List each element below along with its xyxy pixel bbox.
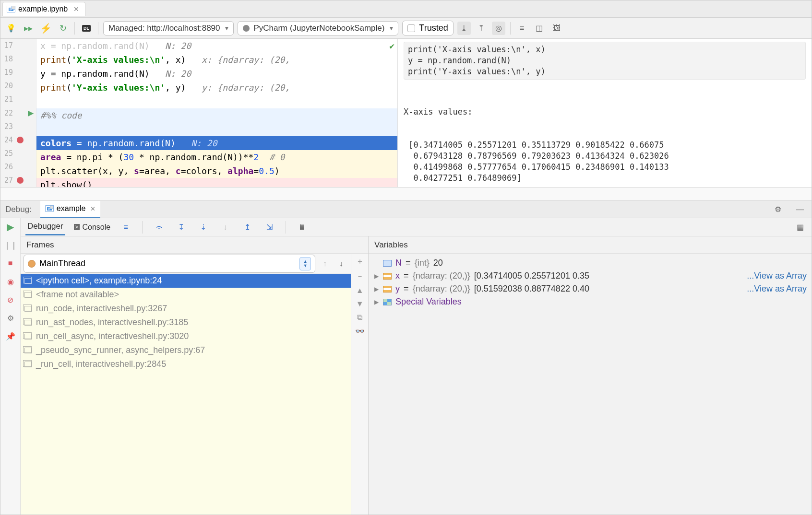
image-icon[interactable]: 🖼	[550, 22, 563, 35]
breakpoint-icon[interactable]	[17, 177, 24, 184]
gutter-row[interactable]: 20	[0, 79, 36, 93]
code-line[interactable]	[36, 122, 397, 136]
stepper-icon[interactable]: ▲▼	[299, 257, 311, 270]
frame-row[interactable]: run_cell_async, interactiveshell.py:3020	[21, 329, 351, 343]
next-frame-icon[interactable]: ↓	[334, 257, 348, 270]
step-over-icon[interactable]: ⤼	[152, 221, 166, 234]
frame-row[interactable]: <frame not available>	[21, 288, 351, 302]
gutter-row[interactable]: 25	[0, 147, 36, 160]
evaluate-icon[interactable]: 🖩	[296, 221, 309, 234]
trusted-label: Trusted	[419, 23, 448, 33]
code-line[interactable]: x = np.random.rand(N) N: 20	[36, 39, 397, 53]
code-line[interactable]: colors = np.random.rand(N) N: 20	[36, 136, 397, 150]
gear-icon[interactable]: ⚙	[771, 203, 785, 216]
pin-icon[interactable]: 📌	[5, 330, 16, 342]
select-cell-icon[interactable]: ◎	[492, 22, 505, 35]
thread-selector[interactable]: MainThread ▲▼	[24, 255, 315, 273]
pause-icon[interactable]: ❙❙	[5, 239, 16, 251]
frames-list[interactable]: <ipython cell>, example.ipynb:24<frame n…	[21, 274, 351, 515]
kernel-dropdown[interactable]: PyCharm (JupyterNotebookSample) ▼	[238, 21, 398, 35]
code-line[interactable]: area = np.pi * (30 * np.random.rand(N))*…	[36, 150, 397, 164]
gutter-row[interactable]: 26	[0, 160, 36, 174]
frame-row[interactable]: run_code, interactiveshell.py:3267	[21, 302, 351, 316]
cell-below-icon[interactable]: ⤓	[457, 22, 471, 35]
frame-icon	[24, 306, 32, 312]
gutter-row[interactable]: 17	[0, 39, 36, 52]
variable-row[interactable]: ▶ y = {ndarray: (20,)} [0.51592038 0.887…	[372, 282, 808, 295]
code-editor[interactable]: 171819202122▶2324252627 ✔ x = np.random.…	[0, 39, 398, 187]
view-as-array-link[interactable]: ...View as Array	[747, 271, 807, 281]
close-icon[interactable]: ✕	[90, 205, 96, 212]
var-icon	[383, 299, 392, 305]
datalore-icon[interactable]: DL	[80, 22, 93, 35]
variable-row[interactable]: ▶ Special Variables	[372, 295, 808, 308]
breakpoint-icon[interactable]	[17, 137, 24, 143]
console-icon: >	[74, 224, 80, 230]
view-as-array-link[interactable]: ...View as Array	[747, 284, 807, 294]
gutter-row[interactable]: 18	[0, 52, 36, 66]
view-breakpoints-icon[interactable]: ◉	[5, 276, 16, 287]
bulb-icon[interactable]: 💡	[4, 22, 18, 35]
down-icon[interactable]: ▼	[356, 300, 364, 308]
frame-row[interactable]: _run_cell, interactiveshell.py:2845	[21, 357, 351, 371]
frame-row[interactable]: run_ast_nodes, interactiveshell.py:3185	[21, 316, 351, 329]
output-preview[interactable]: print('X-axis values:\n', x) y = np.rand…	[398, 39, 812, 187]
restart-icon[interactable]: ↻	[56, 22, 70, 35]
prev-frame-icon[interactable]: ↑	[318, 257, 332, 270]
run-all-icon[interactable]: ▸▸	[22, 22, 35, 35]
remove-icon[interactable]: －	[356, 271, 364, 281]
gutter-row[interactable]: 19	[0, 66, 36, 79]
split-icon[interactable]: ◫	[533, 22, 546, 35]
frame-icon	[24, 278, 32, 284]
close-icon[interactable]: ✕	[73, 5, 79, 13]
trusted-toggle[interactable]: Trusted	[402, 21, 453, 35]
step-out-icon[interactable]: ↥	[240, 221, 254, 234]
list-icon[interactable]: ≡	[515, 22, 529, 35]
gutter-row[interactable]: 27	[0, 174, 36, 187]
resume-icon[interactable]: ▶	[5, 221, 16, 233]
up-icon[interactable]: ▲	[356, 286, 364, 295]
layout-icon[interactable]: ▦	[793, 221, 807, 234]
console-tab[interactable]: > Console	[74, 223, 111, 232]
frame-row[interactable]: <ipython cell>, example.ipynb:24	[21, 274, 351, 288]
code-line[interactable]: plt.show()	[36, 178, 397, 187]
force-step-icon[interactable]: ↓	[218, 221, 232, 234]
file-tab-example[interactable]: IP example.ipynb ✕	[2, 2, 85, 16]
chevron-down-icon: ▼	[388, 25, 394, 32]
code-line[interactable]: y = np.random.rand(N) N: 20	[36, 67, 397, 81]
code-line[interactable]: print('Y-axis values:\n', y) y: {ndarray…	[36, 81, 397, 94]
minimize-icon[interactable]: —	[793, 203, 807, 216]
step-into-my-icon[interactable]: ⇣	[196, 221, 210, 234]
debug-config-tab[interactable]: IP example ✕	[40, 201, 100, 218]
ipynb-icon: IP	[45, 205, 54, 212]
frame-row[interactable]: _pseudo_sync_runner, async_helpers.py:67	[21, 343, 351, 357]
step-into-icon[interactable]: ↧	[174, 221, 188, 234]
gutter-row[interactable]: 23	[0, 120, 36, 133]
thread-icon	[28, 260, 36, 268]
threads-icon[interactable]: ≡	[119, 221, 132, 234]
add-icon[interactable]: ＋	[356, 257, 364, 267]
copy-icon[interactable]: ⧉	[357, 313, 362, 322]
variable-row[interactable]: ▶ x = {ndarray: (20,)} [0.34714005 0.255…	[372, 269, 808, 282]
code-line[interactable]: print('X-axis values:\n', x) x: {ndarray…	[36, 53, 397, 67]
mute-breakpoints-icon[interactable]: ⊘	[5, 294, 16, 305]
variables-list[interactable]: N = {int} 20▶ x = {ndarray: (20,)} [0.34…	[369, 254, 812, 515]
server-dropdown[interactable]: Managed: http://localhost:8890 ▼	[103, 21, 234, 35]
gutter-row[interactable]: 22▶	[0, 106, 36, 119]
cell-above-icon[interactable]: ⤒	[475, 22, 488, 35]
frames-pane: Frames MainThread ▲▼ ↑	[21, 236, 369, 515]
run-cell-icon[interactable]: ▶	[28, 108, 34, 117]
code-line[interactable]: #%% code	[36, 108, 397, 122]
glasses-icon[interactable]: 👓	[355, 327, 365, 336]
settings-icon[interactable]: ⚙	[5, 312, 16, 324]
variable-row[interactable]: N = {int} 20	[372, 257, 808, 269]
gutter-row[interactable]: 24	[0, 133, 36, 147]
gutter-row[interactable]: 21	[0, 93, 36, 106]
stop-icon[interactable]: ■	[5, 258, 16, 269]
run-to-cursor-icon[interactable]: ⇲	[263, 221, 276, 234]
debugger-tab[interactable]: Debugger	[25, 219, 65, 235]
debug-body: ▶ ❙❙ ■ ◉ ⊘ ⚙ 📌 Debugger > Console ≡ ⤼ ↧ …	[0, 218, 812, 515]
code-line[interactable]	[36, 94, 397, 108]
interrupt-icon[interactable]: ⚡	[39, 22, 52, 35]
code-line[interactable]: plt.scatter(x, y, s=area, c=colors, alph…	[36, 164, 397, 178]
